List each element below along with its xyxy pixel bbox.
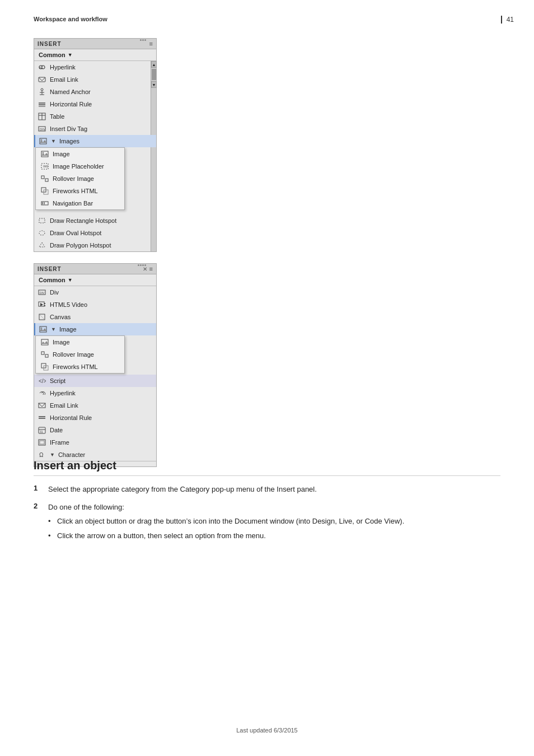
div-icon: DIV (38, 288, 46, 297)
bottom-panel-category[interactable]: Common ▼ (34, 274, 156, 286)
svg-point-22 (43, 152, 44, 154)
bottom-sub-image-label: Image (53, 339, 70, 346)
footer: Last updated 6/3/2015 (0, 727, 534, 734)
date-icon: 31 (38, 426, 46, 435)
item-images[interactable]: ▼ Images Image (34, 135, 156, 147)
bullet-list: • Click an object button or drag the but… (48, 516, 404, 541)
svg-text:DIV: DIV (40, 128, 45, 131)
table-icon (38, 112, 46, 121)
hyperlink-label: Hyperlink (50, 64, 76, 71)
hyperlink-icon: ∞ (38, 63, 46, 72)
bottom-email-label: Email Link (50, 402, 78, 409)
panel-titlebar-icons: ≡ (149, 40, 153, 47)
date-label: Date (50, 427, 63, 433)
bottom-sub-fireworks-icon (40, 362, 49, 371)
svg-point-33 (39, 231, 45, 235)
svg-rect-30 (42, 202, 43, 204)
item-draw-oval-hotspot[interactable]: Draw Oval Hotspot (34, 227, 156, 239)
step-1-text: Select the appropriate category from the… (48, 484, 317, 495)
item-horizontal-rule[interactable]: Horizontal Rule (34, 98, 156, 110)
script-icon: </> (38, 376, 46, 385)
canvas-icon (38, 312, 46, 321)
item-date[interactable]: 31 Date (34, 424, 156, 436)
submenu-item-image-placeholder[interactable]: IMG Image Placeholder (36, 160, 124, 172)
category-dropdown-arrow: ▼ (68, 52, 73, 58)
svg-marker-47 (41, 341, 48, 344)
draw-polygon-hotspot-icon (38, 241, 46, 250)
email-link-icon (38, 75, 46, 84)
bottom-category-label: Common (39, 277, 65, 283)
item-iframe[interactable]: IFrame (34, 436, 156, 449)
sub-image-icon (40, 150, 49, 158)
sub-image-label: Image (53, 151, 70, 157)
sub-rollover-label: Rollover Image (53, 175, 94, 182)
item-email-link-bottom[interactable]: Email Link (34, 399, 156, 412)
svg-rect-26 (45, 179, 48, 181)
bottom-sub-rollover[interactable]: Rollover Image (36, 348, 124, 361)
item-hyperlink[interactable]: ∞ Hyperlink (34, 61, 156, 73)
bottom-sub-image[interactable]: Image (36, 336, 124, 348)
item-hyperlink-bottom[interactable]: Hyperlink (34, 387, 156, 399)
item-draw-rect-hotspot[interactable]: Draw Rectangle Hotspot (34, 214, 156, 227)
images-label: Images (59, 138, 79, 144)
svg-text:</>: </> (39, 378, 46, 384)
div-label: Div (50, 289, 59, 296)
bottom-sub-fireworks[interactable]: Fireworks HTML (36, 361, 124, 373)
item-canvas[interactable]: Canvas (34, 311, 156, 323)
item-script[interactable]: </> Script (34, 375, 156, 387)
submenu-item-navigation-bar[interactable]: Navigation Bar (36, 197, 124, 209)
bottom-panel-titlebar-icons: ✕ ≡ (143, 265, 153, 272)
draw-rect-hotspot-icon (38, 216, 46, 225)
item-div[interactable]: DIV Div (34, 286, 156, 298)
bottom-panel-menu-icon[interactable]: ≡ (149, 265, 153, 272)
sub-navbar-label: Navigation Bar (53, 200, 93, 207)
bottom-panel-close-icon[interactable]: ✕ (143, 266, 147, 272)
svg-rect-25 (41, 176, 44, 179)
svg-line-42 (39, 314, 45, 320)
item-named-anchor[interactable]: Named Anchor (34, 86, 156, 98)
svg-rect-31 (44, 202, 45, 204)
bottom-hyperlink-label: Hyperlink (50, 390, 76, 396)
step-1-number: 1 (34, 484, 43, 495)
panel-menu-icon[interactable]: ≡ (149, 40, 153, 47)
horizontal-rule-label: Horizontal Rule (50, 101, 92, 108)
character-label: Character (58, 451, 85, 458)
sub-fireworks-icon (40, 186, 49, 195)
svg-point-45 (41, 328, 43, 329)
top-panel-category[interactable]: Common ▼ (34, 49, 156, 61)
bottom-hrule-label: Horizontal Rule (50, 414, 92, 421)
item-email-link[interactable]: Email Link (34, 73, 156, 86)
step-2: 2 Do one of the following: • Click an ob… (34, 502, 500, 545)
bullet-1-text: Click an object button or drag the butto… (57, 516, 404, 527)
insert-section: Insert an object 1 Select the appropriat… (34, 459, 500, 551)
bottom-category-dropdown-arrow: ▼ (68, 277, 73, 283)
svg-text:∞: ∞ (40, 66, 43, 69)
images-icon (39, 137, 48, 146)
item-image-bottom[interactable]: ▼ Image Image (34, 323, 156, 335)
top-panel-container: INSERT ≡ Common ▼ ▲ ▼ (34, 38, 157, 252)
bottom-email-icon (38, 401, 46, 410)
item-table[interactable]: Table (34, 110, 156, 123)
svg-marker-40 (40, 303, 43, 306)
bottom-panel-title: Insert (38, 266, 62, 272)
insert-section-title: Insert an object (34, 459, 500, 476)
item-insert-div-tag[interactable]: DIV Insert Div Tag (34, 123, 156, 135)
sub-img-placeholder-label: Image Placeholder (53, 163, 104, 170)
item-draw-polygon-hotspot[interactable]: Draw Polygon Hotspot (34, 239, 156, 251)
svg-rect-48 (41, 352, 44, 354)
bottom-sub-rollover-icon (40, 350, 49, 359)
item-hrule-bottom[interactable]: Horizontal Rule (34, 412, 156, 424)
bottom-drag-handle (138, 264, 146, 266)
bullet-2-text: Click the arrow on a button, then select… (57, 530, 266, 542)
footer-text: Last updated 6/3/2015 (236, 727, 297, 734)
item-html5-video[interactable]: HTML5 Video (34, 298, 156, 311)
bottom-sub-rollover-label: Rollover Image (53, 351, 94, 358)
submenu-item-image[interactable]: Image (36, 148, 124, 160)
svg-rect-38 (44, 303, 45, 304)
svg-rect-32 (39, 218, 45, 223)
sub-fireworks-label: Fireworks HTML (53, 188, 98, 194)
step-1: 1 Select the appropriate category from t… (34, 484, 500, 495)
submenu-item-rollover-image[interactable]: Rollover Image (36, 172, 124, 185)
submenu-item-fireworks-html[interactable]: Fireworks HTML (36, 185, 124, 197)
email-link-label: Email Link (50, 76, 78, 83)
